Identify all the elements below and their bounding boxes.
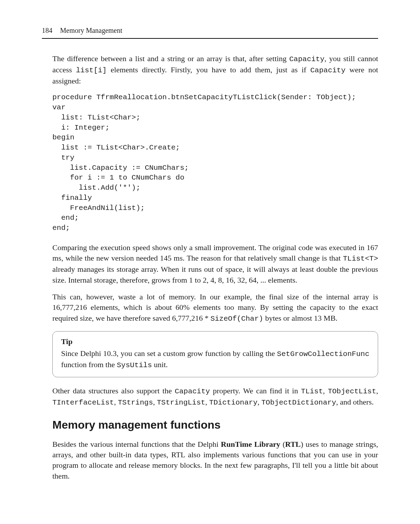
other-paragraph: Other data structures also support the C…	[52, 386, 378, 408]
text: ,	[153, 398, 157, 406]
chapter-title: Memory Management	[60, 27, 122, 35]
text: already manages its storage array. When …	[52, 265, 378, 284]
text: ,	[114, 398, 118, 406]
page-number: 184	[42, 27, 52, 35]
text: bytes or almost 13 MB.	[263, 314, 338, 322]
text: unit.	[152, 360, 168, 369]
text: , and others.	[336, 398, 374, 406]
code-inline-tobjectlist: TObjectList	[328, 387, 376, 395]
code-inline-tlist: TList	[301, 387, 323, 395]
code-inline-list-i: list[i]	[76, 66, 106, 74]
text: ,	[323, 386, 328, 395]
text: Besides the various internal functions t…	[52, 440, 221, 449]
text: elements directly. Firstly, you have to …	[107, 65, 310, 74]
text: Other data structures also support the	[52, 386, 175, 395]
text: Since Delphi 10.3, you can set a custom …	[61, 349, 277, 358]
bold-text: RunTime Library	[221, 440, 280, 449]
running-head: 184 Memory Management	[42, 27, 378, 35]
text: function from the	[61, 360, 117, 369]
text: (	[280, 440, 285, 449]
section-heading: Memory management functions	[52, 419, 378, 431]
text: ,	[258, 398, 261, 406]
code-inline-sizeof: SizeOf(Char)	[211, 315, 263, 323]
compare-paragraph: Comparing the execution speed shows only…	[52, 242, 378, 285]
bold-text: RTL	[285, 440, 301, 449]
code-inline-tstringlist: TStringList	[157, 399, 205, 407]
code-inline-tobjectdictionary: TObjectDictionary	[261, 399, 336, 407]
mmf-paragraph: Besides the various internal functions t…	[52, 439, 378, 481]
code-inline-capacity: Capacity	[175, 387, 210, 395]
intro-paragraph: The difference between a list and a stri…	[52, 53, 378, 86]
code-inline-capacity: Capacity	[310, 66, 346, 74]
content-area: The difference between a list and a stri…	[52, 53, 378, 481]
text: property. We can find it in	[210, 386, 301, 395]
tip-label: Tip	[61, 337, 369, 346]
code-inline-tlist-t: TList<T>	[343, 255, 378, 263]
text: Comparing the execution speed shows only…	[52, 243, 378, 262]
text: ,	[205, 398, 209, 406]
header-rule	[42, 38, 378, 39]
page: 184 Memory Management The difference bet…	[0, 0, 420, 524]
code-block: procedure TfrmReallocation.btnSetCapacit…	[52, 93, 378, 233]
text: ,	[376, 386, 378, 395]
code-inline-tstrings: TStrings	[118, 399, 153, 407]
code-inline-sysutils: SysUtils	[117, 361, 152, 369]
tip-box: Tip Since Delphi 10.3, you can set a cus…	[52, 331, 378, 377]
code-inline-capacity: Capacity	[289, 55, 325, 63]
code-inline-tdictionary: TDictionary	[209, 399, 258, 407]
code-inline-setgrow: SetGrowCollectionFunc	[277, 350, 369, 358]
text: The difference between a list and a stri…	[52, 54, 289, 63]
code-inline-tinterfacelist: TInterfaceList	[52, 399, 114, 407]
waste-paragraph: This can, however, waste a lot of memory…	[52, 292, 378, 324]
tip-body: Since Delphi 10.3, you can set a custom …	[61, 348, 369, 371]
